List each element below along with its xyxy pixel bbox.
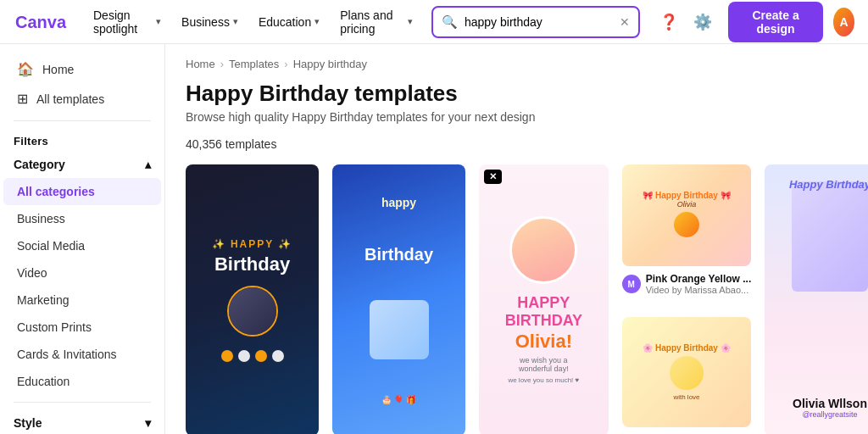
content-area: Home › Templates › Happy birthday Happy … <box>165 44 868 434</box>
chevron-down-icon: ▾ <box>233 16 238 27</box>
sidebar-item-all-templates[interactable]: ⊞ All templates <box>3 84 161 114</box>
search-input[interactable] <box>465 15 613 29</box>
nav-design-spotlight[interactable]: Design spotlight ▾ <box>85 3 170 41</box>
sidebar-item-cards-invitations[interactable]: Cards & Invitations <box>3 341 161 368</box>
breadcrumb-current: Happy birthday <box>293 58 367 70</box>
category-list: All categories Business Social Media Vid… <box>0 178 164 395</box>
breadcrumb-templates[interactable]: Templates <box>229 58 279 70</box>
card-subtitle: Video by Marissa Abao... <box>646 285 752 295</box>
filters-label: Filters <box>0 128 164 151</box>
sidebar-item-business[interactable]: Business <box>3 205 161 232</box>
search-box: 🔍 ✕ <box>431 6 640 38</box>
settings-button[interactable]: ⚙️ <box>687 7 718 37</box>
templates-grid: ✨ HAPPY ✨ Birthday RG <box>186 164 848 434</box>
template-card[interactable]: ✕ HAPPYBIRTHDAYOlivia! we wish you awond… <box>479 164 609 434</box>
category-filter-header[interactable]: Category ▴ <box>0 151 164 178</box>
breadcrumb-sep-2: › <box>284 58 287 70</box>
sidebar-divider-2 <box>14 402 151 403</box>
breadcrumb-home[interactable]: Home <box>186 58 215 70</box>
page-title: Happy Birthday templates <box>186 81 848 107</box>
sidebar-item-home[interactable]: 🏠 Home <box>3 54 161 84</box>
chevron-down-icon: ▾ <box>408 16 413 27</box>
nav-education[interactable]: Education ▾ <box>250 10 328 34</box>
search-icon: 🔍 <box>442 14 458 30</box>
sidebar-item-education[interactable]: Education <box>3 368 161 395</box>
help-button[interactable]: ❓ <box>654 7 684 37</box>
card-title: Pink Orange Yellow ... <box>646 273 752 285</box>
nav-right-icons: ❓ ⚙️ <box>654 7 718 37</box>
style-filter-header[interactable]: Style ▾ <box>0 409 164 434</box>
nav-business[interactable]: Business ▾ <box>173 10 247 34</box>
template-card[interactable]: 🌸 Happy Birthday 🌸 with love H Happy Bir… <box>622 317 752 434</box>
search-clear-button[interactable]: ✕ <box>620 15 630 29</box>
template-card[interactable]: ✨ HAPPY ✨ Birthday RG <box>186 164 319 434</box>
sidebar-divider <box>14 120 151 121</box>
template-card[interactable]: happy Birthday 🎂 🎈 🎁 B Blue Simple Happy… <box>332 164 465 434</box>
chevron-up-icon: ▴ <box>145 158 151 171</box>
sidebar-item-custom-prints[interactable]: Custom Prints <box>3 314 161 341</box>
page-subtitle: Browse high quality Happy Birthday templ… <box>186 110 848 124</box>
breadcrumb: Home › Templates › Happy birthday <box>186 58 848 70</box>
canva-logo[interactable]: Canva <box>14 10 75 34</box>
x-badge: ✕ <box>484 170 502 184</box>
card-info: Pink Orange Yellow ... Video by Marissa … <box>646 273 752 295</box>
template-count: 40,356 templates <box>186 137 848 151</box>
chevron-down-icon: ▾ <box>156 16 161 27</box>
breadcrumb-sep-1: › <box>220 58 224 70</box>
templates-icon: ⊞ <box>17 91 28 107</box>
avatar[interactable]: A <box>833 8 854 36</box>
sidebar-home-section: 🏠 Home ⊞ All templates <box>0 54 164 114</box>
template-card[interactable]: € Olivia Wllson @reallygreatsite Happy B… <box>765 164 868 434</box>
card-avatar: M <box>622 275 641 293</box>
sidebar-item-video[interactable]: Video <box>3 259 161 287</box>
top-navigation: Canva Design spotlight ▾ Business ▾ Educ… <box>0 0 868 44</box>
sidebar-item-marketing[interactable]: Marketing <box>3 287 161 314</box>
chevron-down-icon: ▾ <box>314 16 320 27</box>
svg-text:Canva: Canva <box>15 13 67 31</box>
sidebar-item-social-media[interactable]: Social Media <box>3 232 161 259</box>
card-meta: M Pink Orange Yellow ... Video by Mariss… <box>622 273 752 295</box>
template-card[interactable]: 🎀 Happy Birthday 🎀 Olivia M Pink Orange … <box>622 164 752 303</box>
chevron-down-icon: ▾ <box>145 416 151 430</box>
create-design-button[interactable]: Create a design <box>728 2 823 42</box>
main-area: 🏠 Home ⊞ All templates Filters Category … <box>0 44 868 434</box>
sidebar-item-all-categories[interactable]: All categories <box>3 178 161 205</box>
home-icon: 🏠 <box>17 61 34 77</box>
nav-plans-pricing[interactable]: Plans and pricing ▾ <box>331 3 421 41</box>
sidebar: 🏠 Home ⊞ All templates Filters Category … <box>0 44 165 434</box>
